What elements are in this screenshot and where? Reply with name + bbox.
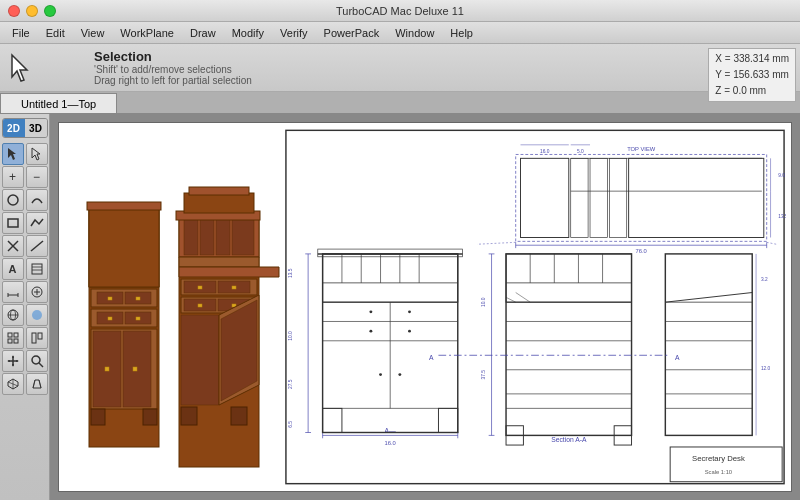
svg-point-31 bbox=[32, 356, 40, 364]
document-tab[interactable]: Untitled 1—Top bbox=[0, 93, 117, 113]
rectangle-tool-button[interactable] bbox=[2, 212, 24, 234]
menu-draw[interactable]: Draw bbox=[182, 22, 224, 44]
svg-rect-8 bbox=[32, 264, 42, 274]
3d-tools-row2 bbox=[2, 327, 48, 349]
svg-rect-24 bbox=[14, 339, 18, 343]
svg-point-131 bbox=[369, 330, 372, 333]
svg-point-132 bbox=[408, 330, 411, 333]
svg-point-20 bbox=[32, 310, 42, 320]
menubar: File Edit View WorkPlane Draw Modify Ver… bbox=[0, 22, 800, 44]
draw-tools-row3 bbox=[2, 235, 48, 257]
3d-model-view bbox=[59, 123, 289, 491]
tabbar: Untitled 1—Top bbox=[0, 92, 800, 114]
canvas-area[interactable]: Secretary Desk Scale 1:10 TOP VIEW bbox=[50, 114, 800, 500]
settings-tool-button[interactable] bbox=[26, 327, 48, 349]
menu-help[interactable]: Help bbox=[442, 22, 481, 44]
svg-rect-85 bbox=[189, 187, 249, 195]
svg-marker-66 bbox=[179, 257, 259, 267]
maximize-button[interactable] bbox=[44, 5, 56, 17]
svg-text:6.5: 6.5 bbox=[288, 421, 293, 428]
mode-3d-button[interactable]: 3D bbox=[25, 119, 47, 137]
svg-rect-4 bbox=[8, 219, 18, 227]
svg-text:3.2: 3.2 bbox=[761, 277, 768, 282]
svg-rect-62 bbox=[184, 219, 198, 255]
zoom-out-button[interactable]: − bbox=[26, 166, 48, 188]
menu-view[interactable]: View bbox=[73, 22, 113, 44]
mode-2d-button[interactable]: 2D bbox=[3, 119, 25, 137]
dimension-tool-button[interactable] bbox=[2, 281, 24, 303]
svg-text:76.0: 76.0 bbox=[636, 248, 647, 254]
svg-rect-87 bbox=[670, 447, 782, 482]
3d-view-button[interactable] bbox=[2, 373, 24, 395]
select-tool-button[interactable] bbox=[2, 143, 24, 165]
svg-rect-22 bbox=[14, 333, 18, 337]
svg-rect-51 bbox=[136, 317, 140, 320]
svg-rect-81 bbox=[181, 407, 197, 425]
zoom-in-button[interactable]: + bbox=[2, 166, 24, 188]
svg-text:Scale 1:10: Scale 1:10 bbox=[705, 469, 732, 475]
perspective-button[interactable] bbox=[26, 373, 48, 395]
menu-edit[interactable]: Edit bbox=[38, 22, 73, 44]
menu-file[interactable]: File bbox=[4, 22, 38, 44]
menu-powerpack[interactable]: PowerPack bbox=[316, 22, 388, 44]
menu-workplane[interactable]: WorkPlane bbox=[112, 22, 182, 44]
svg-marker-41 bbox=[89, 207, 159, 287]
line-tool-button[interactable] bbox=[26, 235, 48, 257]
technical-drawing: Secretary Desk Scale 1:10 TOP VIEW bbox=[284, 128, 786, 486]
earth-tool-button[interactable] bbox=[2, 304, 24, 326]
svg-line-37 bbox=[33, 380, 35, 388]
titlebar: TurboCAD Mac Deluxe 11 bbox=[0, 0, 800, 22]
svg-marker-2 bbox=[32, 148, 40, 160]
hatch-tool-button[interactable] bbox=[26, 258, 48, 280]
menu-window[interactable]: Window bbox=[387, 22, 442, 44]
cross-tool-button[interactable] bbox=[2, 235, 24, 257]
text-tool-button[interactable]: A bbox=[2, 258, 24, 280]
svg-rect-59 bbox=[87, 202, 161, 210]
view-tools-row2 bbox=[2, 350, 48, 372]
arc-tool-button[interactable] bbox=[26, 189, 48, 211]
close-button[interactable] bbox=[8, 5, 20, 17]
minimize-button[interactable] bbox=[26, 5, 38, 17]
zoom-window-button[interactable] bbox=[26, 350, 48, 372]
svg-rect-55 bbox=[105, 367, 109, 371]
svg-text:27.5: 27.5 bbox=[288, 379, 293, 389]
svg-marker-0 bbox=[12, 55, 27, 81]
2d-3d-toggle[interactable]: 2D 3D bbox=[2, 118, 48, 138]
svg-text:10.0: 10.0 bbox=[288, 331, 293, 341]
select-point-button[interactable] bbox=[26, 143, 48, 165]
svg-point-127 bbox=[369, 310, 372, 313]
svg-rect-56 bbox=[133, 367, 137, 371]
dimension-tools-row bbox=[2, 281, 48, 303]
smart-dimension-button[interactable] bbox=[26, 281, 48, 303]
y-label: Y = bbox=[715, 69, 730, 80]
x-label: X = bbox=[715, 53, 730, 64]
svg-text:16.0: 16.0 bbox=[385, 440, 396, 446]
menu-verify[interactable]: Verify bbox=[272, 22, 316, 44]
view-tools-row: + − bbox=[2, 166, 48, 188]
drawing-canvas[interactable]: Secretary Desk Scale 1:10 TOP VIEW bbox=[58, 122, 792, 492]
svg-point-3 bbox=[8, 195, 18, 205]
polyline-tool-button[interactable] bbox=[26, 212, 48, 234]
svg-rect-71 bbox=[198, 286, 202, 289]
z-label: Z = bbox=[715, 85, 730, 96]
pan-tool-button[interactable] bbox=[2, 350, 24, 372]
sphere-tool-button[interactable] bbox=[26, 304, 48, 326]
svg-rect-26 bbox=[38, 333, 42, 339]
selection-tools-row bbox=[2, 143, 48, 165]
svg-text:Section A-A: Section A-A bbox=[551, 436, 587, 443]
grid-tool-button[interactable] bbox=[2, 327, 24, 349]
svg-rect-82 bbox=[231, 407, 247, 425]
left-toolbar: 2D 3D + − bbox=[0, 114, 50, 500]
circle-tool-button[interactable] bbox=[2, 189, 24, 211]
svg-text:TOP VIEW: TOP VIEW bbox=[627, 146, 656, 152]
svg-rect-72 bbox=[232, 286, 236, 289]
svg-rect-86 bbox=[286, 130, 784, 483]
svg-text:37.5: 37.5 bbox=[481, 370, 486, 380]
svg-rect-45 bbox=[108, 297, 112, 300]
tool-hint2: Drag right to left for partial selection bbox=[94, 75, 252, 86]
svg-rect-21 bbox=[8, 333, 12, 337]
svg-rect-23 bbox=[8, 339, 12, 343]
svg-text:10.0: 10.0 bbox=[481, 297, 486, 307]
menu-modify[interactable]: Modify bbox=[224, 22, 272, 44]
svg-rect-65 bbox=[232, 219, 254, 255]
